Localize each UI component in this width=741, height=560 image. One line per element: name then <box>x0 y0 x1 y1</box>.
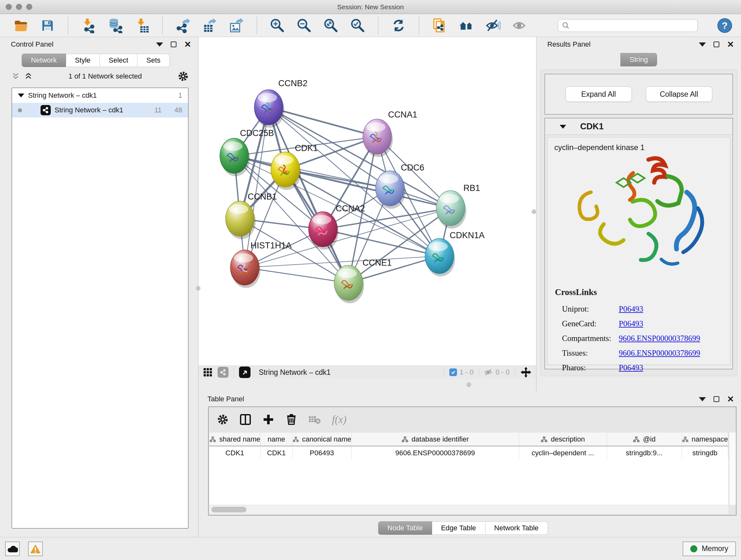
create-column-icon[interactable] <box>262 414 274 426</box>
selected-checkbox-icon <box>449 368 457 376</box>
first-neighbors-icon[interactable] <box>458 17 474 34</box>
genecard-link[interactable]: P06493 <box>619 319 643 328</box>
zoom-window-icon[interactable] <box>26 4 32 10</box>
tab-network-table[interactable]: Network Table <box>485 521 548 535</box>
network-node-cdkn1a[interactable]: CDKN1A <box>425 231 485 276</box>
export-image-icon[interactable] <box>228 17 245 34</box>
open-session-icon[interactable] <box>13 17 29 34</box>
import-network-file-icon[interactable] <box>80 17 96 34</box>
close-panel-icon[interactable]: ✕ <box>184 40 191 49</box>
expand-all-icon[interactable] <box>24 72 32 80</box>
network-collection-row[interactable]: String Network – cdk1 1 <box>12 88 188 103</box>
hide-selected-icon[interactable] <box>485 17 501 34</box>
network-node-cdc6[interactable]: CDC6 <box>376 163 424 209</box>
tab-select[interactable]: Select <box>100 54 138 67</box>
tab-edge-table[interactable]: Edge Table <box>432 521 485 535</box>
network-options-gear-icon[interactable] <box>178 71 189 82</box>
table-settings-gear-icon[interactable] <box>217 414 228 425</box>
right-splitter-handle[interactable] <box>532 209 536 214</box>
network-node-ccne1[interactable]: CCNE1 <box>334 258 392 303</box>
left-splitter-handle[interactable] <box>196 286 200 291</box>
column-header[interactable]: shared name <box>209 433 260 446</box>
delete-column-icon[interactable] <box>285 414 297 426</box>
column-header[interactable]: description <box>519 433 607 446</box>
import-network-database-icon[interactable] <box>107 17 123 34</box>
toolbar-separator <box>419 17 419 34</box>
help-button[interactable]: ? <box>718 18 732 33</box>
scrollbar-thumb[interactable] <box>211 507 246 512</box>
import-table-icon[interactable] <box>134 17 150 34</box>
tab-string[interactable]: String <box>620 53 657 66</box>
tissues-link[interactable]: 9606.ENSP00000378699 <box>619 349 700 358</box>
column-header[interactable]: database identifier <box>351 433 519 446</box>
selected-nodes-count: 1 - 0 <box>449 368 474 376</box>
column-header[interactable]: canonical name <box>292 433 351 446</box>
select-columns-icon[interactable] <box>239 414 252 426</box>
network-node-ccnb2[interactable]: CCNB2 <box>254 78 308 128</box>
refresh-layout-icon[interactable] <box>391 17 407 34</box>
network-node-label: CDKN1A <box>450 231 485 240</box>
close-panel-icon[interactable]: ✕ <box>727 395 734 403</box>
export-network-icon[interactable] <box>175 17 191 34</box>
network-share-view-icon[interactable] <box>218 367 228 378</box>
table-vertical-scrollbar[interactable] <box>729 433 736 505</box>
cloud-button[interactable] <box>5 542 20 556</box>
tab-node-table[interactable]: Node Table <box>378 521 432 535</box>
close-panel-icon[interactable]: ✕ <box>727 40 734 49</box>
tab-network[interactable]: Network <box>22 54 66 67</box>
collapse-panel-icon[interactable] <box>699 397 706 401</box>
collapse-all-button[interactable]: Collapse All <box>646 86 712 102</box>
table-row[interactable]: CDK1 CDK1 P06493 9606.ENSP00000378699 cy… <box>209 446 728 459</box>
delete-table-icon[interactable] <box>308 414 321 425</box>
table-horizontal-scrollbar[interactable] <box>209 505 728 514</box>
network-canvas[interactable]: CCNB2CCNA1CDC25BCDK1CDC6RB1CCNB1CCNA2CDK… <box>199 37 536 366</box>
zoom-selected-icon[interactable] <box>350 17 366 34</box>
network-node-cdc25b[interactable]: CDC25B <box>220 128 274 176</box>
network-node-hist1h1a[interactable]: HIST1H1A <box>230 241 292 288</box>
node-details-header[interactable]: CDK1 <box>545 118 732 135</box>
zoom-fit-icon[interactable] <box>323 17 339 34</box>
expand-all-button[interactable]: Expand All <box>565 86 632 102</box>
close-window-icon[interactable] <box>6 4 12 10</box>
zoom-in-icon[interactable] <box>269 17 285 34</box>
section-expand-icon[interactable] <box>560 125 566 129</box>
column-header[interactable]: namespace <box>682 433 728 446</box>
network-selection-bar: 1 of 1 Network selected <box>0 68 198 84</box>
tab-style[interactable]: Style <box>66 54 100 67</box>
network-node-label: CDC25B <box>240 128 274 138</box>
collapse-panel-icon[interactable] <box>156 43 163 47</box>
column-header[interactable]: name <box>260 433 292 446</box>
network-node-label: CCNB2 <box>278 78 308 88</box>
pharos-link[interactable]: P06493 <box>619 363 643 372</box>
compartments-link[interactable]: 9606.ENSP00000378699 <box>619 334 700 343</box>
show-all-icon[interactable] <box>512 17 528 34</box>
network-row-selected[interactable]: String Network – cdk1 11 48 <box>12 103 188 118</box>
uniprot-link[interactable]: P06493 <box>619 305 643 314</box>
collapse-panel-icon[interactable] <box>699 43 706 47</box>
network-node-ccna1[interactable]: CCNA1 <box>363 110 417 157</box>
save-session-icon[interactable] <box>40 17 56 34</box>
pan-crosshair-icon[interactable] <box>520 367 532 378</box>
tree-expand-icon[interactable] <box>18 94 24 98</box>
warnings-button[interactable] <box>28 542 43 556</box>
control-panel: Control Panel ✕ Network Style Select Set… <box>0 37 199 537</box>
horizontal-splitter-handle[interactable] <box>467 382 471 387</box>
search-input[interactable] <box>572 22 693 29</box>
network-node-ccnb1[interactable]: CCNB1 <box>226 192 277 239</box>
memory-button[interactable]: Memory <box>683 542 736 556</box>
clone-network-icon[interactable] <box>431 17 448 34</box>
zoom-out-icon[interactable] <box>296 17 312 34</box>
network-node-rb1[interactable]: RB1 <box>436 183 480 229</box>
float-panel-icon[interactable] <box>171 42 177 47</box>
function-builder-icon[interactable]: f(x) <box>332 414 347 426</box>
column-header[interactable]: @id <box>607 433 682 446</box>
toolbar-separator <box>444 368 444 377</box>
collapse-all-icon[interactable] <box>11 72 20 80</box>
tab-sets[interactable]: Sets <box>138 54 170 67</box>
export-table-icon[interactable] <box>202 17 218 34</box>
float-panel-icon[interactable] <box>714 396 719 402</box>
detach-view-icon[interactable] <box>239 367 251 378</box>
grid-view-icon[interactable] <box>203 368 212 377</box>
float-panel-icon[interactable] <box>714 42 719 47</box>
minimize-window-icon[interactable] <box>16 4 22 10</box>
